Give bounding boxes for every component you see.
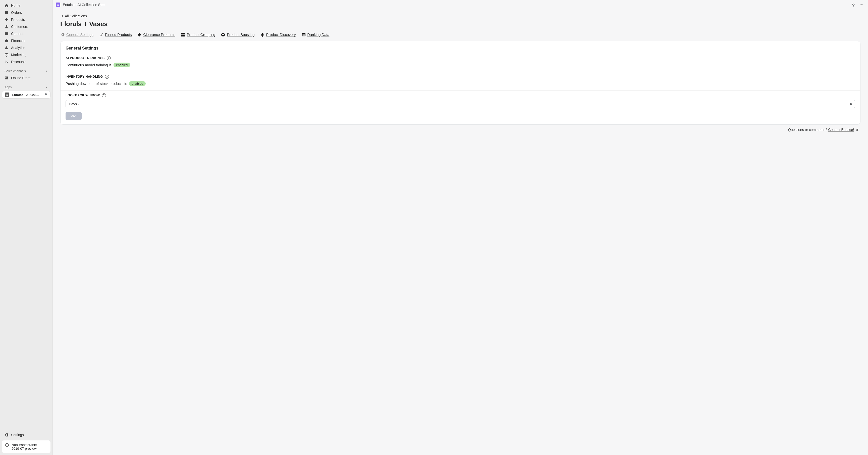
help-icon[interactable]: ?	[105, 75, 109, 79]
tab-product-discovery[interactable]: Product Discovery	[260, 32, 296, 37]
pin-icon[interactable]	[44, 93, 48, 97]
app-entaice[interactable]: Entaice - AI Collection...	[2, 91, 51, 98]
setting-text: Continuous model training is	[66, 63, 112, 67]
nav-finances[interactable]: Finances	[2, 37, 51, 44]
tabs: General Settings Pinned Products Clearan…	[60, 32, 861, 37]
nav-label: Customers	[11, 25, 28, 29]
tab-clearance-products[interactable]: Clearance Products	[137, 32, 175, 37]
app-icon	[5, 92, 9, 97]
settings-card: General Settings AI PRODUCT RANKINGS ? C…	[60, 41, 861, 125]
more-button[interactable]	[859, 2, 864, 7]
content-icon	[4, 32, 8, 36]
footer: Questions or comments? Contact Entaice!	[60, 125, 861, 132]
nav-label: Marketing	[11, 53, 26, 57]
svg-rect-9	[181, 33, 183, 34]
nav-label: Products	[11, 18, 25, 22]
lookback-select[interactable]: Days 7	[66, 100, 855, 108]
home-icon	[4, 3, 8, 7]
topbar-title: Entaice - AI Collection Sort	[63, 3, 105, 7]
setting-label: AI PRODUCT RANKINGS	[66, 56, 105, 60]
svg-rect-12	[183, 35, 185, 36]
products-icon	[4, 18, 8, 22]
svg-rect-5	[7, 445, 7, 446]
svg-point-2	[7, 62, 8, 63]
section-label: Sales channels	[4, 69, 26, 73]
orders-icon	[4, 10, 8, 15]
tab-pinned-products[interactable]: Pinned Products	[99, 32, 132, 37]
tab-label: General Settings	[66, 33, 93, 37]
discounts-icon	[4, 60, 8, 64]
nav-analytics[interactable]: Analytics	[2, 44, 51, 51]
nav-label: Content	[11, 32, 23, 36]
svg-point-4	[7, 444, 7, 445]
page-title: Florals + Vases	[60, 20, 861, 28]
nav-content[interactable]: Content	[2, 30, 51, 37]
tab-general-settings[interactable]: General Settings	[60, 32, 93, 37]
pin-button[interactable]	[851, 2, 856, 7]
nav-marketing[interactable]: Marketing	[2, 51, 51, 58]
chevron-right-icon	[45, 69, 48, 73]
sidebar: Home Orders Products Customers Content F…	[0, 0, 53, 455]
customers-icon	[4, 25, 8, 29]
discovery-icon	[260, 32, 265, 37]
setting-inventory: INVENTORY HANDLING ? Pushing down out-of…	[61, 72, 860, 90]
nav-label: Analytics	[11, 46, 25, 50]
grouping-icon	[181, 32, 185, 37]
select-arrows-icon	[850, 103, 852, 106]
nav-settings[interactable]: Settings	[2, 431, 51, 438]
tab-product-boosting[interactable]: Product Boosting	[221, 32, 254, 37]
list-icon	[301, 32, 306, 37]
svg-rect-11	[181, 35, 183, 36]
tab-label: Product Boosting	[227, 33, 254, 37]
topbar: Entaice - AI Collection Sort	[53, 0, 868, 9]
sales-channels-header[interactable]: Sales channels	[2, 65, 51, 75]
preview-suffix: preview	[24, 447, 37, 451]
nav-label: Finances	[11, 39, 25, 43]
preview-line1: Non-transferable	[11, 443, 37, 447]
tab-label: Product Discovery	[266, 33, 296, 37]
status-badge: enabled	[129, 81, 146, 86]
external-link-icon	[856, 128, 859, 132]
svg-rect-0	[5, 32, 8, 35]
nav-products[interactable]: Products	[2, 16, 51, 23]
preview-notice: Non-transferable 2019-07 preview	[2, 440, 51, 453]
info-icon	[5, 443, 9, 448]
store-icon	[4, 76, 8, 80]
setting-label: LOOKBACK WINDOW	[66, 93, 100, 97]
apps-header[interactable]: Apps	[2, 81, 51, 90]
channel-online-store[interactable]: Online Store	[2, 75, 51, 81]
chevron-right-icon	[45, 86, 48, 89]
breadcrumb-label: All Collections	[65, 14, 87, 18]
help-icon[interactable]: ?	[107, 56, 111, 60]
section-label: Apps	[4, 85, 12, 89]
setting-text: Pushing down out-of-stock products is	[66, 82, 127, 86]
save-button[interactable]: Save	[66, 112, 82, 120]
help-icon[interactable]: ?	[102, 93, 106, 97]
tab-product-grouping[interactable]: Product Grouping	[181, 32, 216, 37]
nav-label: Discounts	[11, 60, 26, 64]
svg-rect-10	[183, 33, 185, 34]
finances-icon	[4, 39, 8, 43]
nav-label: Home	[11, 3, 20, 7]
pin-icon	[99, 32, 103, 37]
contact-link[interactable]: Contact Entaice!	[828, 128, 854, 132]
marketing-icon	[4, 53, 8, 57]
svg-point-6	[860, 4, 861, 5]
select-value: Days 7	[69, 102, 80, 106]
nav-orders[interactable]: Orders	[2, 9, 51, 16]
nav-label: Orders	[11, 10, 22, 15]
preview-version-link[interactable]: 2019-07	[11, 447, 24, 451]
nav-customers[interactable]: Customers	[2, 23, 51, 30]
tab-ranking-data[interactable]: Ranking Data	[301, 32, 330, 37]
breadcrumb-back[interactable]: All Collections	[60, 14, 87, 18]
tab-label: Ranking Data	[307, 33, 330, 37]
setting-ai-rankings: AI PRODUCT RANKINGS ? Continuous model t…	[61, 54, 860, 72]
setting-lookback: LOOKBACK WINDOW ? Days 7 Save	[61, 91, 860, 124]
setting-label: INVENTORY HANDLING	[66, 75, 103, 79]
chevron-left-icon	[60, 14, 64, 18]
nav-discounts[interactable]: Discounts	[2, 58, 51, 65]
tab-label: Product Grouping	[187, 33, 216, 37]
nav-home[interactable]: Home	[2, 2, 51, 9]
settings-label: Settings	[11, 433, 24, 437]
tab-label: Pinned Products	[105, 33, 132, 37]
